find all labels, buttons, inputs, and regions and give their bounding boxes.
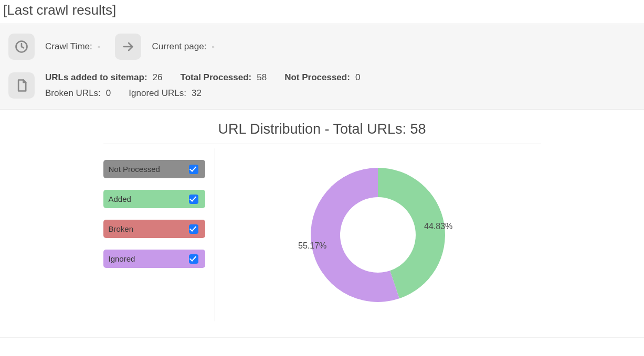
legend-label-not-processed: Not Processed <box>109 165 160 174</box>
not-processed-value: 0 <box>355 72 360 83</box>
crawl-stats-row: URLs added to sitemap: 26 Total Processe… <box>8 72 636 99</box>
clock-icon <box>8 34 35 60</box>
legend-check-added[interactable] <box>189 195 198 204</box>
broken-urls: Broken URLs: 0 <box>45 88 111 99</box>
broken-urls-value: 0 <box>106 88 111 99</box>
legend-check-broken[interactable] <box>189 224 198 234</box>
legend-item-ignored[interactable]: Ignored <box>103 250 205 268</box>
donut-label-added: 44.83% <box>424 222 452 231</box>
broken-urls-label: Broken URLs: <box>45 88 101 99</box>
legend-item-added[interactable]: Added <box>103 190 205 208</box>
ignored-urls: Ignored URLs: 32 <box>129 88 202 99</box>
arrow-right-icon <box>115 34 141 60</box>
chart-body: Not Processed Added Broken Ignored 44.83… <box>103 148 541 321</box>
chart-area: URL Distribution - Total URLs: 58 Not Pr… <box>0 110 644 338</box>
donut-chart: 44.83% 55.17% <box>215 148 541 321</box>
stats-line-1: URLs added to sitemap: 26 Total Processe… <box>45 72 378 83</box>
ignored-urls-value: 32 <box>192 88 202 99</box>
legend-item-not-processed[interactable]: Not Processed <box>103 160 205 178</box>
crawl-header: Crawl Time: - Current page: - URLs added… <box>0 24 644 110</box>
total-processed: Total Processed: 58 <box>181 72 267 83</box>
legend-item-broken[interactable]: Broken <box>103 220 205 238</box>
legend: Not Processed Added Broken Ignored <box>103 148 215 321</box>
current-page-value: - <box>212 41 215 52</box>
chart-title: URL Distribution - Total URLs: 58 <box>103 121 541 144</box>
donut-svg <box>294 151 462 319</box>
total-processed-value: 58 <box>257 72 267 83</box>
stats-line-2: Broken URLs: 0 Ignored URLs: 32 <box>45 88 378 99</box>
crawl-time-label: Crawl Time: <box>45 41 92 52</box>
not-processed-label: Not Processed: <box>284 72 350 83</box>
legend-check-not-processed[interactable] <box>189 165 198 174</box>
stats-column: URLs added to sitemap: 26 Total Processe… <box>45 72 378 99</box>
legend-label-ignored: Ignored <box>109 254 135 263</box>
legend-label-broken: Broken <box>109 224 134 233</box>
urls-added: URLs added to sitemap: 26 <box>45 72 163 83</box>
total-processed-label: Total Processed: <box>181 72 252 83</box>
legend-check-ignored[interactable] <box>189 254 198 264</box>
crawl-info-row: Crawl Time: - Current page: - <box>8 34 636 60</box>
current-page: Current page: - <box>152 41 215 52</box>
donut-wrap: 44.83% 55.17% <box>294 151 462 319</box>
urls-added-label: URLs added to sitemap: <box>45 72 147 83</box>
current-page-label: Current page: <box>152 41 206 52</box>
file-icon <box>8 72 35 99</box>
crawl-time-value: - <box>98 41 101 52</box>
ignored-urls-label: Ignored URLs: <box>129 88 186 99</box>
donut-label-ignored: 55.17% <box>298 241 326 251</box>
legend-label-added: Added <box>109 195 131 203</box>
page-title: [Last crawl results] <box>0 0 644 24</box>
urls-added-value: 26 <box>153 72 163 83</box>
crawl-time: Crawl Time: - <box>45 41 100 52</box>
not-processed: Not Processed: 0 <box>284 72 360 83</box>
